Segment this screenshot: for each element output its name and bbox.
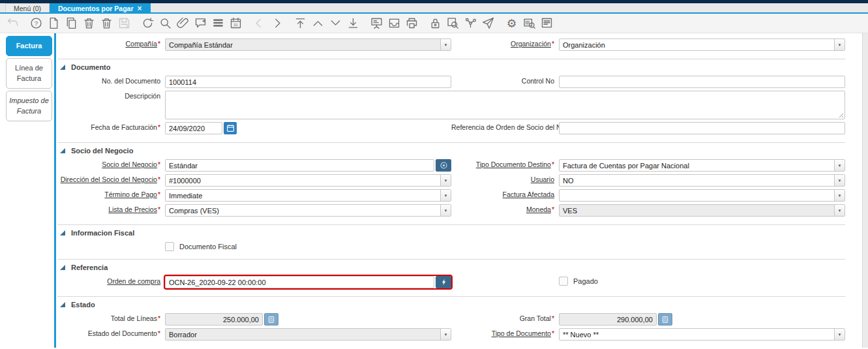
collapse-icon[interactable] (60, 148, 65, 153)
section-header-informacion-fiscal[interactable]: Informacion Fiscal (57, 228, 845, 239)
organizacion-combobox[interactable]: Organización▼ (559, 38, 845, 51)
calendar-icon[interactable]: 31 (227, 16, 245, 31)
collapse-icon[interactable] (60, 65, 65, 70)
socio-del-negocio-input[interactable]: Estándar (165, 159, 434, 172)
window-tab-menu[interactable]: Menú (0) (5, 3, 50, 12)
sidebar-tab-factura[interactable]: Factura (6, 36, 52, 56)
dropdown-arrow-icon[interactable]: ▼ (440, 329, 451, 340)
calculator-button[interactable] (658, 313, 672, 326)
dropdown-arrow-icon[interactable]: ▼ (834, 39, 845, 50)
calendar-button[interactable] (224, 122, 237, 134)
workflow-icon[interactable] (462, 16, 479, 31)
dropdown-arrow-icon[interactable]: ▼ (834, 329, 845, 340)
scrollbar-track[interactable] (862, 33, 868, 348)
previous-record-icon (250, 16, 268, 31)
grid-toggle-icon[interactable] (209, 16, 227, 31)
refresh-icon[interactable] (139, 16, 157, 31)
documento-fiscal-checkbox[interactable] (165, 242, 174, 251)
dropdown-arrow-icon[interactable]: ▼ (440, 39, 451, 50)
orden-de-compra-value: OCN-26_2020-09-22 00:00:00 (166, 279, 434, 286)
dropdown-arrow-icon[interactable]: ▼ (834, 160, 845, 171)
window-tab-active[interactable]: Documentos por Pagar× (50, 3, 151, 12)
dropdown-arrow-icon[interactable]: ▼ (440, 190, 451, 201)
last-record-icon[interactable] (344, 16, 362, 31)
form-row: Fecha de Facturación*24/09/2020Referenci… (57, 122, 845, 134)
next-record-icon[interactable] (268, 16, 286, 31)
dropdown-arrow-icon[interactable]: ▼ (834, 190, 845, 201)
estado-del-documento-combobox[interactable]: Borrador▼ (165, 328, 451, 341)
direccion-socio-combobox[interactable]: #1000000▼ (165, 174, 451, 187)
dropdown-arrow-icon[interactable]: ▼ (440, 205, 451, 216)
up-record-icon[interactable] (309, 16, 327, 31)
archive-icon[interactable] (385, 16, 403, 31)
section-header-socio-del-negocio[interactable]: Socio del Negocio (57, 145, 845, 157)
collapse-icon[interactable] (60, 302, 65, 307)
collapse-icon[interactable] (60, 265, 65, 270)
dropdown-arrow-icon[interactable]: ▼ (834, 205, 845, 216)
find-icon[interactable] (157, 16, 174, 31)
field-total-de-lineas: Total de Líneas*250.000,00 (57, 313, 451, 326)
help-icon[interactable]: ? (27, 16, 45, 31)
section-header-referencia[interactable]: Referencia (57, 262, 845, 274)
field-compania: Compañía*Compañía Estándar▼ (57, 38, 451, 51)
tipo-documento-destino-combobox[interactable]: Factura de Cuentas por Pagar Nacional▼ (559, 159, 845, 172)
first-record-icon[interactable] (292, 16, 309, 31)
no-del-documento-input[interactable]: 1000114 (165, 76, 451, 88)
orden-de-compra-input[interactable]: OCN-26_2020-09-22 00:00:00 (165, 276, 434, 288)
usuario-combobox[interactable]: NO▼ (559, 174, 845, 187)
descripcion-textarea[interactable] (165, 91, 845, 119)
sidebar-tab-impuesto-de-factura[interactable]: Impuesto de Factura (6, 91, 52, 121)
calculator-button[interactable] (264, 313, 278, 326)
field-label: Orden de compra (57, 276, 165, 285)
close-tab-icon[interactable]: × (138, 5, 142, 12)
new-record-icon[interactable] (45, 16, 63, 31)
pagado-checkbox[interactable] (559, 277, 568, 286)
form-row: Descripción (57, 91, 845, 119)
field-label-text: Fecha de Facturación (91, 123, 157, 131)
chat-icon[interactable] (192, 16, 209, 31)
field-control: Pagado (559, 276, 845, 286)
product-info-icon[interactable] (520, 16, 538, 31)
zoom-across-icon[interactable] (444, 16, 462, 31)
record-info-button[interactable] (436, 159, 451, 172)
delete-selection-icon[interactable] (98, 16, 115, 31)
control-no-input[interactable] (559, 76, 845, 88)
termino-de-pago-combobox[interactable]: Immediate▼ (165, 189, 451, 202)
preferences-icon[interactable]: ⚙ (503, 16, 520, 31)
moneda-combobox[interactable]: VES▼ (559, 204, 845, 217)
send-mail-icon[interactable] (479, 16, 497, 31)
private-record-icon[interactable] (427, 16, 444, 31)
window-tabbar: Menú (0)Documentos por Pagar× (0, 3, 868, 14)
report-design-icon[interactable] (538, 16, 556, 31)
print-icon[interactable] (403, 16, 421, 31)
compania-value: Compañía Estándar (166, 41, 440, 49)
delete-record-icon[interactable] (80, 16, 98, 31)
field-label (57, 241, 165, 243)
orden-de-compra-group: OCN-26_2020-09-22 00:00:00 (165, 276, 451, 288)
dropdown-arrow-icon[interactable]: ▼ (440, 175, 451, 186)
compania-combobox[interactable]: Compañía Estándar▼ (165, 38, 451, 51)
fecha-de-facturacion-input[interactable]: 24/09/2020 (165, 122, 222, 134)
attachment-icon[interactable] (174, 16, 192, 31)
sidebar-tab-label: Línea de Factura (15, 64, 43, 83)
referencia-orden-socio-input[interactable] (559, 122, 845, 134)
copy-record-icon[interactable] (63, 16, 80, 31)
field-label: Total de Líneas* (57, 313, 165, 322)
dropdown-arrow-icon[interactable]: ▼ (834, 175, 845, 186)
down-record-icon[interactable] (327, 16, 344, 31)
collapse-icon[interactable] (60, 230, 65, 235)
lista-de-precios-combobox[interactable]: Compras (VES)▼ (165, 204, 451, 217)
factura-afectada-combobox[interactable]: ▼ (559, 189, 845, 202)
svg-text:31: 31 (233, 22, 238, 27)
process-button[interactable] (436, 276, 451, 288)
report-icon[interactable] (368, 16, 385, 31)
tipo-de-documento-combobox[interactable]: ** Nuevo **▼ (559, 328, 845, 341)
section-header-documento[interactable]: Documento (57, 62, 845, 74)
sidebar-tab-l-nea-de-factura[interactable]: Línea de Factura (6, 58, 52, 89)
field-label: Control No (451, 76, 559, 85)
total-de-lineas-input[interactable]: 250.000,00 (165, 313, 263, 326)
section-header-estado[interactable]: Estado (57, 299, 845, 311)
field-label-text: No. del Documento (102, 77, 160, 85)
gran-total-input[interactable]: 290.000,00 (559, 313, 657, 326)
resize-handle-icon[interactable] (837, 112, 843, 117)
